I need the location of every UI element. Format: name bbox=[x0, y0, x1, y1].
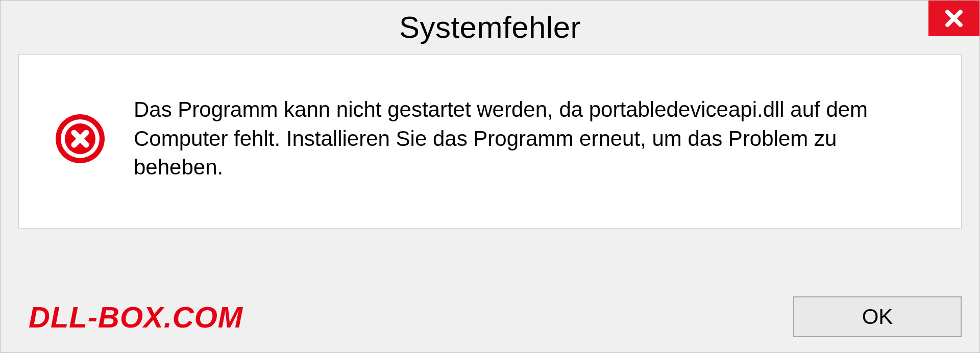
content-panel: Das Programm kann nicht gestartet werden… bbox=[18, 54, 962, 229]
error-message: Das Programm kann nicht gestartet werden… bbox=[134, 95, 930, 182]
titlebar: Systemfehler bbox=[1, 1, 979, 54]
close-icon bbox=[943, 7, 965, 30]
error-icon bbox=[55, 113, 106, 164]
dialog-title: Systemfehler bbox=[399, 10, 581, 45]
dialog-footer: DLL-BOX.COM OK bbox=[1, 281, 979, 352]
close-button[interactable] bbox=[928, 1, 979, 36]
ok-button[interactable]: OK bbox=[793, 296, 962, 337]
watermark-text: DLL-BOX.COM bbox=[29, 300, 243, 334]
error-dialog: Systemfehler Das Programm kann nicht ges… bbox=[0, 0, 980, 353]
